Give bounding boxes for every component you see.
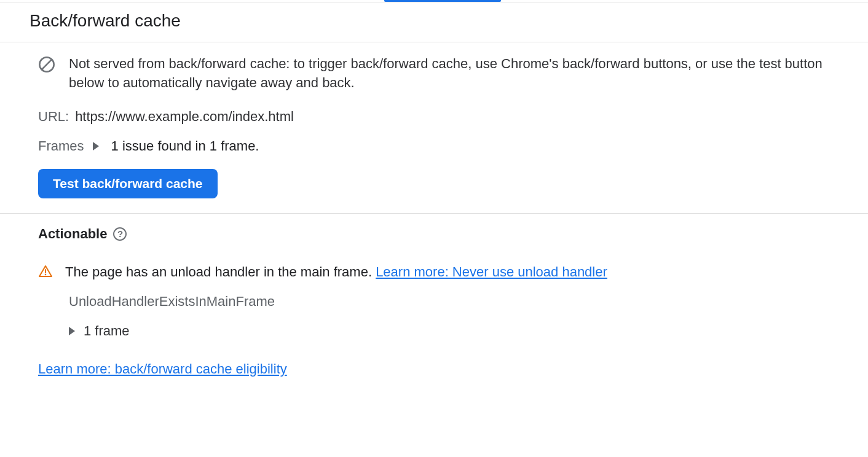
issue-frame-row[interactable]: 1 frame <box>69 323 837 339</box>
button-row: Test back/forward cache <box>38 169 837 198</box>
learn-more-footer-row: Learn more: back/forward cache eligibili… <box>38 361 837 377</box>
frames-row[interactable]: Frames 1 issue found in 1 frame. <box>38 138 837 154</box>
warning-icon <box>38 264 53 279</box>
frames-label: Frames <box>38 138 84 154</box>
issue-block: The page has an unload handler in the ma… <box>38 264 837 339</box>
issue-text: The page has an unload handler in the ma… <box>65 264 372 279</box>
status-row: Not served from back/forward cache: to t… <box>38 55 837 93</box>
test-bfcache-button[interactable]: Test back/forward cache <box>38 169 218 198</box>
tab-indicator <box>0 0 868 2</box>
status-section: Not served from back/forward cache: to t… <box>0 42 868 214</box>
expand-icon <box>69 327 75 335</box>
url-row: URL: https://www.example.com/index.html <box>38 109 837 125</box>
page-title: Back/forward cache <box>30 11 862 31</box>
actionable-title-row: Actionable ? <box>38 226 837 242</box>
url-label: URL: <box>38 109 69 125</box>
issue-learn-more-link[interactable]: Learn more: Never use unload handler <box>376 264 607 279</box>
expand-icon <box>93 142 99 150</box>
panel-header: Back/forward cache <box>0 2 868 42</box>
active-tab-bar <box>384 0 501 2</box>
frames-summary: 1 issue found in 1 frame. <box>111 138 259 154</box>
svg-line-1 <box>42 60 51 69</box>
svg-point-3 <box>45 273 47 275</box>
bfcache-panel: Back/forward cache Not served from back/… <box>0 2 868 392</box>
learn-more-footer-link[interactable]: Learn more: back/forward cache eligibili… <box>38 361 287 377</box>
actionable-section: Actionable ? The page has an unload hand… <box>0 214 868 392</box>
help-icon[interactable]: ? <box>113 227 127 241</box>
issue-code: UnloadHandlerExistsInMainFrame <box>69 294 837 310</box>
url-value: https://www.example.com/index.html <box>75 109 294 125</box>
issue-frame-summary: 1 frame <box>84 323 130 339</box>
no-entry-icon <box>38 56 55 73</box>
actionable-title: Actionable <box>38 226 107 242</box>
issue-text-wrapper: The page has an unload handler in the ma… <box>65 264 607 280</box>
issue-line: The page has an unload handler in the ma… <box>38 264 837 280</box>
status-message: Not served from back/forward cache: to t… <box>69 55 837 93</box>
